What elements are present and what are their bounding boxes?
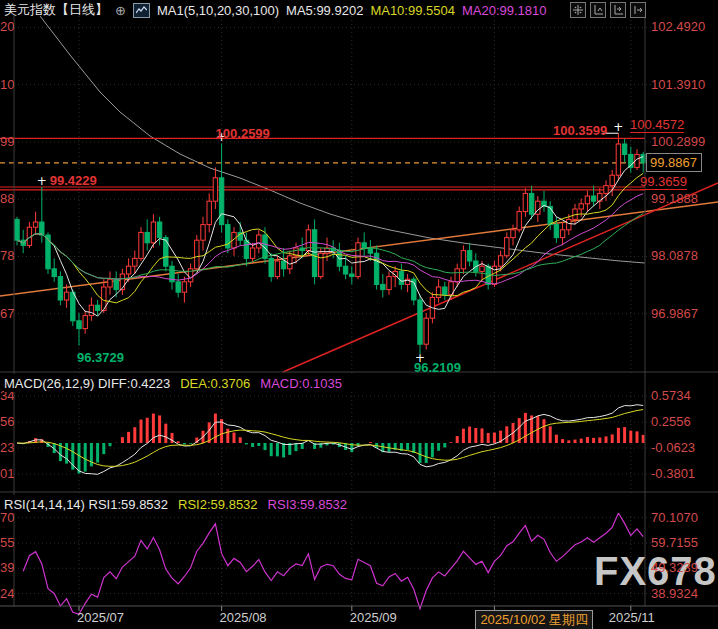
rsi-axis-label-left: 55 — [0, 535, 14, 550]
macd-axis-label-left: 23 — [0, 440, 14, 455]
macd-axis-label: -0.3801 — [651, 466, 695, 481]
rsi3-value: RSI3:59.8532 — [268, 497, 348, 512]
annotation-september-low: 96.2109 — [414, 360, 461, 375]
move-chart-icon[interactable] — [570, 2, 586, 18]
rsi-axis-label: 70.1070 — [651, 510, 698, 525]
chart-type-icon[interactable] — [133, 3, 150, 18]
price-axis-label: 100.2899 — [651, 134, 705, 149]
resistance-line-label: 100.3599 — [553, 123, 607, 138]
high-price-tag: 100.4572 — [630, 117, 684, 133]
price-axis-label-left: 88 — [0, 191, 14, 206]
macd-axis-label-left: 01 — [0, 466, 14, 481]
price-axis-label-left: 20 — [0, 19, 14, 34]
chart-toolbar — [570, 2, 646, 18]
date-axis-label: 2025/09 — [350, 610, 397, 625]
price-axis-label: 99.1888 — [651, 191, 698, 206]
date-axis-label: 2025/10/02 星期四 — [475, 610, 593, 629]
chart-application: ++++ 美元指数【日线】 ⊕ MA1(5,10,20,30,100) MA5:… — [0, 0, 718, 629]
rsi-axis-label-left: 24 — [0, 586, 14, 601]
date-axis-label: 2025/11 — [609, 610, 655, 625]
price-axis-label-left: 78 — [0, 248, 14, 263]
rsi-axis-label: 59.7155 — [651, 535, 698, 550]
price-axis-label: 98.0878 — [651, 248, 698, 263]
ma5-value: MA5:99.9202 — [286, 3, 363, 18]
rsi-header: RSI(14,14,14) RSI1:59.8532 RSI2:59.8532 … — [4, 495, 644, 513]
macd-header: MACD(26,12,9) DIFF:0.4223 DEA:0.3706 MAC… — [4, 374, 644, 392]
ma20-value: MA20:99.1810 — [462, 3, 547, 18]
date-axis-label: 2025/08 — [220, 610, 267, 625]
current-price-tag: 99.8867 — [646, 153, 702, 172]
macd-axis-label-left: 56 — [0, 414, 14, 429]
scale-right-axis-icon[interactable] — [610, 2, 626, 18]
add-indicator-icon[interactable]: ⊕ — [115, 3, 126, 18]
price-chart-canvas[interactable]: ++++ — [0, 0, 718, 629]
price-axis-label-left: 67 — [0, 306, 14, 321]
rsi1-value: RSI(14,14,14) RSI1:59.8532 — [4, 497, 168, 512]
date-axis-label: 2025/07 — [77, 610, 124, 625]
ma-settings-label: MA1(5,10,20,30,100) — [157, 3, 279, 18]
chart-titlebar: 美元指数【日线】 ⊕ MA1(5,10,20,30,100) MA5:99.92… — [4, 1, 547, 19]
macd-axis-label: 0.5734 — [651, 388, 691, 403]
price-axis-label: 102.4920 — [651, 19, 705, 34]
annotation-august-high: 100.2599 — [216, 126, 270, 141]
price-axis-label: 96.9867 — [651, 306, 698, 321]
macd-axis-label: -0.0623 — [651, 440, 695, 455]
macd-dea-value: DEA:0.3706 — [180, 376, 250, 391]
price-axis-label-left: 99 — [0, 134, 14, 149]
annotation-june-high: 99.4229 — [50, 173, 97, 188]
rsi2-value: RSI2:59.8532 — [178, 497, 258, 512]
annotation-july-low: 96.3729 — [77, 350, 124, 365]
rsi-axis-label: 38.9324 — [651, 586, 698, 601]
macd-diff-value: MACD(26,12,9) DIFF:0.4223 — [4, 376, 170, 391]
rsi-axis-label: 49.3239 — [651, 560, 698, 575]
macd-axis-label: 0.2556 — [651, 414, 691, 429]
rsi-axis-label-left: 39 — [0, 560, 14, 575]
svg-text:+: + — [613, 120, 623, 134]
scale-up-axis-icon[interactable] — [590, 2, 606, 18]
macd-macd-value: MACD:0.1035 — [260, 376, 342, 391]
ma10-value: MA10:99.5504 — [370, 3, 455, 18]
price-axis-label: 101.3910 — [651, 77, 705, 92]
horizontal-line-price-tag: 99.3659 — [640, 174, 687, 190]
price-axis-label-left: 10 — [0, 77, 14, 92]
instrument-title: 美元指数【日线】 — [4, 1, 108, 19]
svg-text:+: + — [37, 174, 47, 188]
pan-to-latest-icon[interactable] — [630, 2, 646, 18]
